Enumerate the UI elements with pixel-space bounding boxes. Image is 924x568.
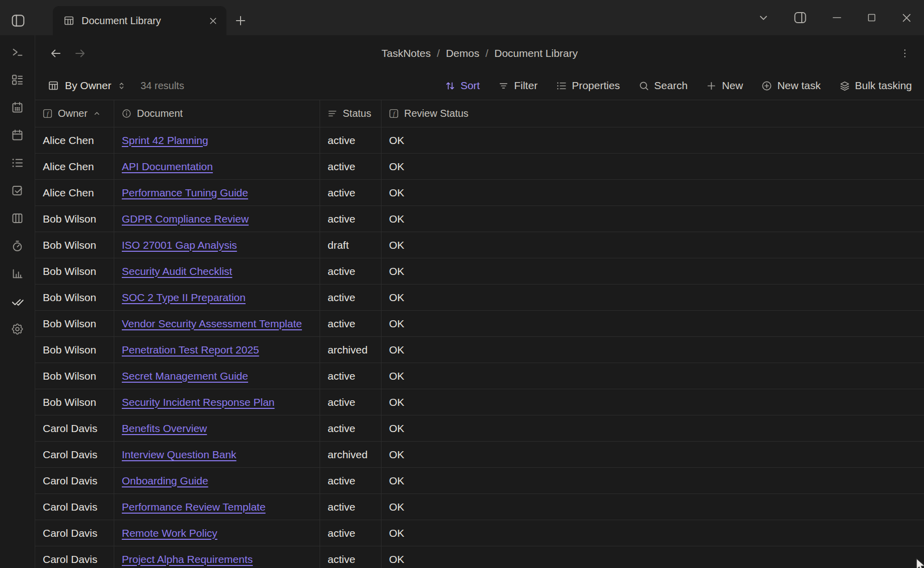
cell-document[interactable]: Performance Tuning Guide xyxy=(114,180,320,205)
cell-status[interactable]: active xyxy=(320,363,381,389)
cell-review-status[interactable]: OK xyxy=(381,311,924,336)
cell-document[interactable]: Onboarding Guide xyxy=(114,468,320,493)
document-link[interactable]: ISO 27001 Gap Analysis xyxy=(122,239,237,251)
forward-arrow-icon[interactable] xyxy=(73,47,87,60)
document-link[interactable]: Secret Management Guide xyxy=(122,370,248,382)
cell-status[interactable]: active xyxy=(320,285,381,310)
bar-chart-icon[interactable] xyxy=(11,267,24,280)
breadcrumb-document-library[interactable]: Document Library xyxy=(494,47,578,59)
cell-status[interactable]: active xyxy=(320,154,381,179)
cell-review-status[interactable]: OK xyxy=(381,415,924,441)
cell-owner[interactable]: Carol Davis xyxy=(35,415,114,441)
cell-owner[interactable]: Alice Chen xyxy=(35,180,114,205)
breadcrumb-demos[interactable]: Demos xyxy=(446,47,480,59)
new-button[interactable]: New xyxy=(706,80,743,92)
cell-owner[interactable]: Carol Davis xyxy=(35,546,114,568)
cell-review-status[interactable]: OK xyxy=(381,206,924,232)
cell-owner[interactable]: Bob Wilson xyxy=(35,258,114,284)
cell-document[interactable]: ISO 27001 Gap Analysis xyxy=(114,232,320,258)
cell-status[interactable]: active xyxy=(320,415,381,441)
cell-review-status[interactable]: OK xyxy=(381,520,924,546)
document-link[interactable]: Performance Review Template xyxy=(122,501,266,513)
cell-owner[interactable]: Bob Wilson xyxy=(35,232,114,258)
cell-document[interactable]: Sprint 42 Planning xyxy=(114,127,320,153)
cell-status[interactable]: active xyxy=(320,389,381,415)
checkbox-icon[interactable] xyxy=(11,184,24,197)
tab-close-icon[interactable] xyxy=(208,16,218,26)
new-task-button[interactable]: New task xyxy=(761,80,820,92)
document-link[interactable]: Vendor Security Assessment Template xyxy=(122,318,302,330)
cell-status[interactable]: active xyxy=(320,468,381,493)
cell-status[interactable]: active xyxy=(320,546,381,568)
document-link[interactable]: Remote Work Policy xyxy=(122,527,217,539)
document-link[interactable]: SOC 2 Type II Preparation xyxy=(122,292,246,304)
cell-document[interactable]: SOC 2 Type II Preparation xyxy=(114,285,320,310)
settings-gear-icon[interactable] xyxy=(11,322,24,336)
close-window-icon[interactable] xyxy=(900,12,913,24)
cell-owner[interactable]: Bob Wilson xyxy=(35,363,114,389)
cell-status[interactable]: active xyxy=(320,180,381,205)
document-link[interactable]: Performance Tuning Guide xyxy=(122,187,248,199)
cell-document[interactable]: Benefits Overview xyxy=(114,415,320,441)
cell-document[interactable]: Secret Management Guide xyxy=(114,363,320,389)
view-selector[interactable]: By Owner xyxy=(47,80,126,92)
column-header-review-status[interactable]: f Review Status xyxy=(381,100,924,127)
sidebar-toggle-icon[interactable] xyxy=(10,13,26,29)
bullet-list-icon[interactable] xyxy=(11,156,24,170)
cell-owner[interactable]: Bob Wilson xyxy=(35,206,114,232)
cell-status[interactable]: active xyxy=(320,520,381,546)
properties-button[interactable]: Properties xyxy=(556,80,620,92)
cell-status[interactable]: archived xyxy=(320,337,381,363)
document-link[interactable]: API Documentation xyxy=(122,161,213,173)
cell-owner[interactable]: Bob Wilson xyxy=(35,389,114,415)
column-header-status[interactable]: Status xyxy=(320,100,381,127)
cell-owner[interactable]: Carol Davis xyxy=(35,468,114,493)
filter-button[interactable]: Filter xyxy=(498,80,537,92)
cell-document[interactable]: GDPR Compliance Review xyxy=(114,206,320,232)
document-link[interactable]: Security Incident Response Plan xyxy=(122,396,275,408)
document-link[interactable]: Penetration Test Report 2025 xyxy=(122,344,259,356)
cell-status[interactable]: active xyxy=(320,127,381,153)
cell-review-status[interactable]: OK xyxy=(381,154,924,179)
cell-review-status[interactable]: OK xyxy=(381,232,924,258)
cell-review-status[interactable]: OK xyxy=(381,363,924,389)
cell-review-status[interactable]: OK xyxy=(381,468,924,493)
cell-status[interactable]: active xyxy=(320,311,381,336)
cell-owner[interactable]: Alice Chen xyxy=(35,127,114,153)
document-link[interactable]: Benefits Overview xyxy=(122,422,207,435)
cell-document[interactable]: Performance Review Template xyxy=(114,494,320,520)
document-link[interactable]: Security Audit Checklist xyxy=(122,265,232,277)
tab-list-chevron-icon[interactable] xyxy=(757,12,769,24)
cell-document[interactable]: Remote Work Policy xyxy=(114,520,320,546)
column-header-document[interactable]: Document xyxy=(114,100,320,127)
cell-document[interactable]: Penetration Test Report 2025 xyxy=(114,337,320,363)
cell-review-status[interactable]: OK xyxy=(381,494,924,520)
columns-icon[interactable] xyxy=(11,211,24,225)
cell-status[interactable]: draft xyxy=(320,232,381,258)
more-options-kebab-icon[interactable] xyxy=(899,47,911,59)
cell-review-status[interactable]: OK xyxy=(381,442,924,467)
search-button[interactable]: Search xyxy=(638,80,688,92)
list-details-icon[interactable] xyxy=(11,73,24,87)
cell-document[interactable]: API Documentation xyxy=(114,154,320,179)
cell-status[interactable]: archived xyxy=(320,442,381,467)
calendar-dots-icon[interactable] xyxy=(11,101,24,114)
cell-owner[interactable]: Bob Wilson xyxy=(35,285,114,310)
cell-document[interactable]: Interview Question Bank xyxy=(114,442,320,467)
double-check-icon[interactable] xyxy=(11,295,24,308)
minimize-icon[interactable] xyxy=(831,12,843,24)
cell-owner[interactable]: Carol Davis xyxy=(35,494,114,520)
cell-status[interactable]: active xyxy=(320,494,381,520)
new-tab-button[interactable] xyxy=(234,14,248,28)
breadcrumb-tasknotes[interactable]: TaskNotes xyxy=(381,47,431,59)
document-link[interactable]: Project Alpha Requirements xyxy=(122,553,253,565)
document-link[interactable]: Onboarding Guide xyxy=(122,475,208,487)
cell-owner[interactable]: Bob Wilson xyxy=(35,337,114,363)
stopwatch-icon[interactable] xyxy=(11,239,24,253)
cell-review-status[interactable]: OK xyxy=(381,127,924,153)
cell-review-status[interactable]: OK xyxy=(381,389,924,415)
cell-document[interactable]: Vendor Security Assessment Template xyxy=(114,311,320,336)
cell-status[interactable]: active xyxy=(320,258,381,284)
cell-document[interactable]: Security Incident Response Plan xyxy=(114,389,320,415)
maximize-icon[interactable] xyxy=(866,12,877,23)
